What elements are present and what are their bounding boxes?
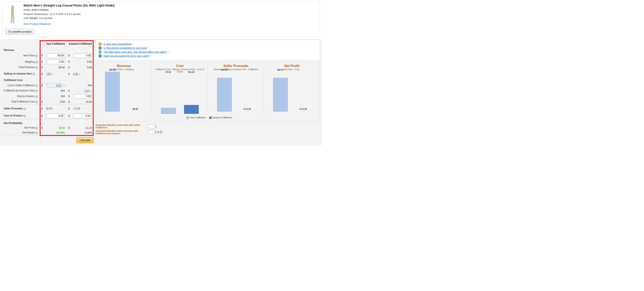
chart-cost: Cost Fulfillment Cost + Selling on Amazo…: [152, 62, 208, 115]
help-icon[interactable]: ?: [35, 66, 38, 69]
ship-amazon-your: N/A: [44, 93, 67, 99]
chart-area: Revenue Item Price + Shipping $50.00 $0.…: [96, 62, 320, 121]
bar-amazon: [184, 105, 199, 114]
help-icon[interactable]: ?: [32, 73, 35, 75]
product-image: [5, 3, 20, 26]
selling-fees-amazon-dropdown[interactable]: 1.00: [73, 72, 78, 75]
cost-seller-your[interactable]: 0.00: [46, 83, 62, 87]
total-fulfillment-your: 0.00: [44, 99, 67, 104]
bar-your: [105, 72, 120, 111]
product-weight: Unit Weight: 0.8 pounds: [24, 16, 317, 20]
shipping-your-input[interactable]: [46, 59, 65, 64]
total-revenue-your: 50.00: [44, 65, 67, 70]
help-icon[interactable]: ?: [23, 107, 26, 110]
help-icon[interactable]: ?: [35, 127, 38, 129]
alert-row: i Is FBA pricing competitive to your own…: [98, 46, 317, 50]
bar-label: $11.20: [188, 71, 194, 73]
selling-fees-your-dropdown[interactable]: 7.50: [46, 72, 51, 75]
info-icon: i: [98, 46, 102, 50]
svg-rect-1: [10, 22, 12, 23]
svg-rect-0: [11, 6, 14, 8]
col-header-your: Your Fulfillment: [40, 40, 66, 46]
fba-fees-your: N/A: [44, 88, 67, 93]
total-fulfillment-amazon: 10.20: [71, 99, 94, 104]
chart-legend: Your Fulfillment Amazon Fulfillment: [96, 115, 320, 121]
net-profit-amazon: -11.20: [71, 125, 94, 130]
chevron-down-icon: ▼: [52, 73, 53, 75]
calculator-panel: Your Fulfillment Amazon Fulfillment Reve…: [2, 40, 94, 143]
check-icon: ✓: [98, 50, 102, 54]
svg-rect-2: [13, 22, 15, 23]
spinner[interactable]: ▲▼: [160, 130, 162, 134]
bar-label: $42.50: [277, 69, 284, 71]
calculate-button[interactable]: Calculate: [76, 137, 94, 143]
expand-icon[interactable]: »: [148, 47, 150, 49]
product-panel: Match Men's Straight Leg Casual Pants (3…: [2, 1, 320, 37]
seller-proceeds-your: 42.50: [44, 105, 67, 111]
alert-link[interactable]: Is your price competitive?: [104, 42, 132, 45]
net-margin-amazon: 0.00%: [71, 130, 94, 135]
help-icon[interactable]: ?: [35, 132, 38, 134]
bar-your: [217, 78, 232, 112]
bar-label: $-11.20: [244, 108, 251, 110]
try-another-product-button[interactable]: Try another product: [5, 28, 34, 35]
est-increase-input[interactable]: [148, 130, 157, 134]
help-icon[interactable]: ?: [35, 84, 38, 87]
help-icon[interactable]: ?: [35, 61, 38, 63]
bar-label: $-11.20: [300, 108, 307, 110]
alert-row: ! Is your price competitive? »: [98, 42, 317, 46]
bar-your: [273, 78, 288, 112]
help-icon[interactable]: ?: [35, 101, 38, 103]
fba-fees-amazon-dropdown[interactable]: 5.20: [85, 89, 90, 92]
legend-swatch-your: [186, 116, 189, 119]
warning-icon: !: [98, 42, 102, 46]
alert-link[interactable]: The FBA listing costs less, how will thi…: [104, 50, 167, 53]
bar-label: $0.00: [133, 108, 138, 110]
help-icon[interactable]: ?: [35, 90, 38, 92]
product-title: Match Men's Straight Leg Casual Pants (3…: [24, 3, 317, 7]
item-price-your-input[interactable]: [46, 53, 65, 58]
item-price-amazon-input[interactable]: [74, 53, 92, 58]
chevron-down-icon: ▼: [63, 85, 65, 87]
product-asin: ASIN: B06XYZM6ML: [24, 8, 317, 12]
seller-proceeds-amazon: -11.20: [71, 105, 94, 111]
chevron-down-icon: ▼: [79, 73, 80, 75]
spinner-down-icon[interactable]: ▼: [160, 132, 162, 134]
cost-product-your-input[interactable]: [46, 114, 64, 118]
est-units-input[interactable]: [148, 124, 157, 128]
expand-icon[interactable]: »: [168, 51, 170, 53]
est-increase-label: Estimated Monthly Sales Increase with Fu…: [96, 130, 148, 135]
help-icon[interactable]: ?: [35, 95, 38, 98]
help-icon[interactable]: ?: [23, 115, 26, 117]
section-fulfillment-cost: Fulfillment Cost: [2, 76, 94, 82]
ship-amazon-input[interactable]: [74, 94, 92, 98]
expand-icon[interactable]: »: [151, 55, 152, 57]
bar-label: $50.00: [109, 69, 116, 71]
legend-swatch-amazon: [209, 116, 212, 119]
bar-label: $42.50: [221, 69, 228, 71]
percent-suffix: %: [157, 131, 159, 133]
alerts-panel: ! Is your price competitive? » i Is FBA …: [96, 40, 320, 60]
cost-product-amazon-input[interactable]: [73, 114, 91, 118]
help-icon[interactable]: ?: [35, 54, 38, 57]
external-icon: ⧉: [48, 22, 50, 25]
alert-row: ✓ The FBA listing costs less, how will t…: [98, 50, 317, 54]
alert-row: i Have you accounted for all of your cos…: [98, 54, 317, 58]
section-revenue: Revenue: [2, 46, 94, 52]
info-icon: i: [98, 54, 102, 58]
see-product-details-link[interactable]: See Product Details ⧉: [24, 22, 50, 25]
col-header-amazon: Amazon Fulfillment: [67, 40, 94, 46]
chevron-down-icon: ▼: [90, 90, 92, 92]
chart-net-profit: Net Profit Revenue – Cost $42.50 $-11.20: [264, 62, 320, 115]
bar-your: [161, 108, 176, 114]
alert-link[interactable]: Is FBA pricing competitive to your own?: [104, 46, 147, 49]
shipping-amazon: 0.00: [71, 59, 94, 65]
alert-link[interactable]: Have you accounted for all of your costs…: [104, 54, 150, 57]
chart-revenue: Revenue Item Price + Shipping $50.00 $0.…: [96, 62, 152, 115]
expand-icon[interactable]: »: [133, 43, 134, 45]
net-margin-your: 85.00%: [44, 130, 67, 135]
total-revenue-amazon: 0.00: [71, 65, 94, 70]
section-net-profitability: Net Profitability: [2, 119, 94, 125]
spinner-up-icon[interactable]: ▲: [160, 130, 162, 132]
product-dimensions: Product Dimensions: 11.5 X 6.69 X 3.11 i…: [24, 12, 317, 16]
